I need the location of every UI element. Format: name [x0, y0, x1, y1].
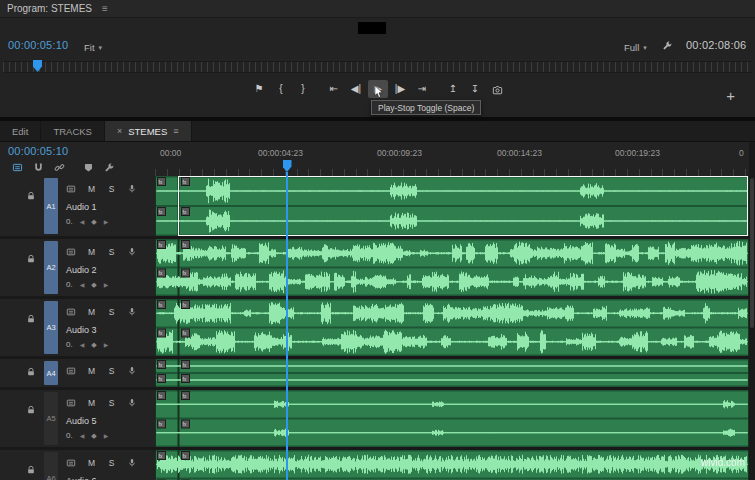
zoom-level-select[interactable]: Fit ▾ [78, 41, 108, 54]
track-clips-a2[interactable] [155, 239, 749, 296]
add-keyframe-icon[interactable]: ◆ [91, 218, 96, 226]
next-keyframe-icon[interactable]: ▶ [104, 341, 109, 348]
track-volume-value[interactable]: 0. [66, 340, 73, 349]
track-clips-a3[interactable] [155, 299, 749, 356]
track-clips-a1[interactable] [155, 176, 749, 236]
mute-button[interactable]: M [87, 458, 96, 468]
close-icon[interactable]: × [117, 126, 122, 136]
track-name[interactable]: Audio 2 [66, 265, 97, 275]
track-target-a4[interactable]: A4 [44, 361, 58, 385]
voiceover-record-icon[interactable] [127, 458, 137, 468]
monitor-settings-button[interactable] [662, 40, 673, 51]
audio-clip-waveform[interactable] [155, 239, 749, 296]
solo-button[interactable]: S [107, 398, 116, 408]
export-frame-button[interactable] [487, 80, 507, 98]
solo-button[interactable]: S [107, 184, 116, 194]
track-clips-a6[interactable] [155, 450, 749, 480]
panel-menu-icon[interactable]: ≡ [102, 3, 108, 14]
add-button[interactable]: + [720, 86, 741, 105]
lock-icon[interactable] [26, 314, 36, 324]
add-keyframe-icon[interactable]: ◆ [91, 432, 96, 440]
lift-button[interactable]: ↥ [443, 80, 463, 98]
extract-button[interactable]: ↧ [465, 80, 485, 98]
panel-menu-icon[interactable]: ≡ [173, 126, 178, 136]
solo-button[interactable]: S [107, 307, 116, 317]
track-target-a3[interactable]: A3 [44, 301, 58, 354]
program-playhead-caret[interactable] [33, 60, 42, 72]
next-keyframe-icon[interactable]: ▶ [104, 432, 109, 439]
tab-stemes[interactable]: × STEMES ≡ [105, 121, 192, 141]
prev-keyframe-icon[interactable]: ◀ [80, 341, 85, 348]
add-marker-icon[interactable] [83, 162, 94, 173]
source-patch-icon[interactable] [66, 458, 76, 468]
track-target-a5[interactable]: A5 [44, 392, 58, 445]
lock-icon[interactable] [26, 465, 36, 475]
audio-clip-waveform[interactable] [155, 390, 749, 447]
mark-in-button[interactable]: { [271, 80, 291, 98]
track-volume-value[interactable]: 0. [66, 217, 73, 226]
timeline-current-timecode[interactable]: 00:00:05:10 [8, 145, 68, 157]
voiceover-record-icon[interactable] [127, 366, 137, 376]
nest-sequences-icon[interactable] [12, 162, 23, 173]
timeline-playhead[interactable] [286, 172, 288, 480]
mute-button[interactable]: M [87, 247, 96, 257]
audio-clip-waveform[interactable] [155, 299, 749, 356]
track-name[interactable]: Audio 1 [66, 202, 97, 212]
time-ruler[interactable]: 00:00 00:00:04:23 00:00:09:23 00:00:14:2… [155, 142, 749, 176]
vertical-scrollbar[interactable] [749, 142, 755, 480]
solo-button[interactable]: S [107, 366, 116, 376]
track-name[interactable]: Audio 3 [66, 325, 97, 335]
prev-keyframe-icon[interactable]: ◀ [80, 432, 85, 439]
solo-button[interactable]: S [107, 458, 116, 468]
lock-icon[interactable] [26, 367, 36, 377]
next-keyframe-icon[interactable]: ▶ [104, 281, 109, 288]
mute-button[interactable]: M [87, 366, 96, 376]
step-forward-button[interactable]: |▶ [390, 80, 410, 98]
track-volume-value[interactable]: 0. [66, 431, 73, 440]
mark-out-button[interactable]: } [293, 80, 313, 98]
track-target-a6[interactable]: A6 [44, 452, 58, 480]
mute-button[interactable]: M [87, 184, 96, 194]
program-current-timecode[interactable]: 00:00:05:10 [8, 39, 68, 51]
source-patch-icon[interactable] [66, 398, 76, 408]
lock-icon[interactable] [26, 405, 36, 415]
track-name[interactable]: Audio 6 [66, 476, 97, 480]
source-patch-icon[interactable] [66, 366, 76, 376]
step-back-button[interactable]: ◀| [346, 80, 366, 98]
go-to-in-button[interactable]: ⇤ [324, 80, 344, 98]
track-clips-a5[interactable] [155, 390, 749, 447]
program-scrubber[interactable] [3, 61, 752, 73]
prev-keyframe-icon[interactable]: ◀ [80, 218, 85, 225]
scrollbar-thumb[interactable] [750, 178, 754, 328]
next-keyframe-icon[interactable]: ▶ [104, 218, 109, 225]
linked-selection-icon[interactable] [54, 162, 65, 173]
track-name[interactable]: Audio 5 [66, 416, 97, 426]
solo-button[interactable]: S [107, 247, 116, 257]
mute-button[interactable]: M [87, 398, 96, 408]
source-patch-icon[interactable] [66, 184, 76, 194]
add-keyframe-icon[interactable]: ◆ [91, 281, 96, 289]
lock-icon[interactable] [26, 254, 36, 264]
add-marker-button[interactable]: ⚑ [249, 80, 269, 98]
lock-icon[interactable] [26, 191, 36, 201]
track-target-a2[interactable]: A2 [44, 241, 58, 294]
voiceover-record-icon[interactable] [127, 398, 137, 408]
track-target-a1[interactable]: A1 [44, 178, 58, 234]
audio-clip-waveform[interactable] [155, 359, 749, 387]
tab-edit[interactable]: Edit [0, 121, 41, 141]
voiceover-record-icon[interactable] [127, 184, 137, 194]
tab-tracks[interactable]: TRACKS [41, 121, 105, 141]
playback-resolution-select[interactable]: Full ▾ [618, 41, 653, 54]
source-patch-icon[interactable] [66, 307, 76, 317]
timeline-settings-wrench-icon[interactable] [104, 162, 115, 173]
snap-magnet-icon[interactable] [33, 162, 44, 173]
track-clips-a4[interactable] [155, 359, 749, 387]
audio-clip-waveform[interactable] [155, 450, 749, 480]
track-volume-value[interactable]: 0. [66, 280, 73, 289]
go-to-out-button[interactable]: ⇥ [412, 80, 432, 98]
source-patch-icon[interactable] [66, 247, 76, 257]
mute-button[interactable]: M [87, 307, 96, 317]
add-keyframe-icon[interactable]: ◆ [91, 341, 96, 349]
voiceover-record-icon[interactable] [127, 307, 137, 317]
voiceover-record-icon[interactable] [127, 247, 137, 257]
